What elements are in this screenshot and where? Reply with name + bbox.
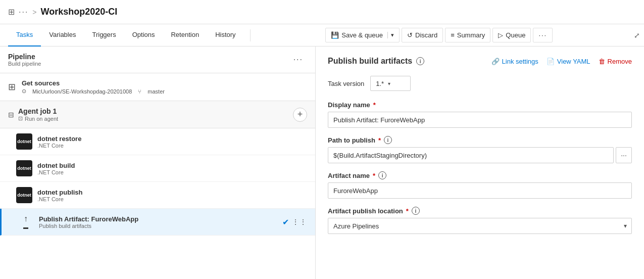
add-task-button[interactable]: + xyxy=(293,108,307,122)
dotnet-build-name: dotnet build xyxy=(37,162,307,169)
run-on-icon: ⊡ xyxy=(18,115,23,122)
artifact-location-info-icon[interactable]: i xyxy=(412,207,420,215)
tab-history[interactable]: History xyxy=(207,24,243,46)
task-dotnet-publish[interactable]: dotnet dotnet publish .NET Core xyxy=(0,182,315,209)
dotnet-publish-logo: dotnet xyxy=(16,187,32,203)
repo-name: MicUurloon/SE-Workshopdag-20201008 xyxy=(32,88,132,95)
link-icon: 🔗 xyxy=(491,58,500,65)
tab-tasks[interactable]: Tasks xyxy=(8,24,41,46)
dotnet-restore-logo: dotnet xyxy=(16,133,32,150)
grid-icon[interactable]: ⊞ xyxy=(8,7,15,17)
more-button[interactable]: ··· xyxy=(533,28,553,42)
path-to-publish-input[interactable] xyxy=(328,147,614,163)
dotnet-build-sub: .NET Core xyxy=(37,169,307,175)
save-queue-label: Save & queue xyxy=(341,31,383,39)
pipeline-title: Pipeline xyxy=(8,53,289,61)
branch-name: master xyxy=(147,88,165,95)
discard-icon: ↺ xyxy=(407,31,413,39)
artifact-name-info-icon[interactable]: i xyxy=(378,171,386,179)
right-actions: 🔗 Link settings 📄 View YAML 🗑 Remove xyxy=(491,58,632,65)
link-settings-label: Link settings xyxy=(502,58,538,65)
view-yaml-button[interactable]: 📄 View YAML xyxy=(547,58,590,65)
more-dots-icon: ··· xyxy=(538,31,547,39)
path-info-icon[interactable]: i xyxy=(384,136,392,144)
task-version-label: Task version xyxy=(328,80,364,87)
agent-job-text: Agent job 1 ⊡ Run on agent xyxy=(18,107,289,122)
tab-options[interactable]: Options xyxy=(124,24,163,46)
get-sources-row[interactable]: ⊞ Get sources ⊙ MicUurloon/SE-Workshopda… xyxy=(0,73,315,101)
get-sources-text: Get sources ⊙ MicUurloon/SE-Workshopdag-… xyxy=(22,79,307,95)
dotnet-restore-sub: .NET Core xyxy=(37,143,307,149)
agent-icon: ⊟ xyxy=(8,111,14,119)
trash-icon: 🗑 xyxy=(599,58,605,65)
pipeline-subtitle: Build pipeline xyxy=(8,61,289,67)
summary-icon: ≡ xyxy=(451,31,455,39)
tab-retention[interactable]: Retention xyxy=(163,24,207,46)
view-yaml-label: View YAML xyxy=(557,58,590,65)
repo-icon: ⊙ xyxy=(22,88,26,95)
task-publish-artifact[interactable]: ↑ ▬ Publish Artifact: FuroreWebApp Publi… xyxy=(0,209,315,236)
tab-triggers[interactable]: Triggers xyxy=(84,24,124,46)
pipeline-section-header: Pipeline Build pipeline ··· xyxy=(0,46,315,73)
dotnet-publish-sub: .NET Core xyxy=(37,196,307,202)
title-info-icon[interactable]: i xyxy=(416,57,424,65)
dotnet-build-logo: dotnet xyxy=(16,160,32,176)
agent-job-subtitle: ⊡ Run on agent xyxy=(18,115,289,122)
artifact-publish-location-field: Artifact publish location * i Azure Pipe… xyxy=(328,207,632,234)
more-options-icon[interactable]: ··· xyxy=(19,8,28,17)
display-name-input[interactable] xyxy=(328,112,632,128)
version-dropdown-arrow: ▾ xyxy=(388,81,390,86)
upload-arrow-icon: ↑ xyxy=(24,214,28,223)
display-name-label: Display name * xyxy=(328,101,632,109)
discard-button[interactable]: ↺ Discard xyxy=(402,28,443,42)
task-dotnet-restore[interactable]: dotnet dotnet restore .NET Core xyxy=(0,128,315,155)
left-panel: Pipeline Build pipeline ··· ⊞ Get source… xyxy=(0,46,316,279)
save-queue-button[interactable]: 💾 Save & queue ▾ xyxy=(325,28,400,42)
nav-bar: Tasks Variables Triggers Options Retenti… xyxy=(0,24,644,46)
get-sources-meta: ⊙ MicUurloon/SE-Workshopdag-20201008 ⑂ m… xyxy=(22,88,307,95)
agent-job-row[interactable]: ⊟ Agent job 1 ⊡ Run on agent + xyxy=(0,101,315,128)
check-circle-icon: ✔ xyxy=(282,217,289,227)
nav-actions: 💾 Save & queue ▾ ↺ Discard ≡ Summary ▷ Q… xyxy=(325,28,561,42)
branch-icon: ⑂ xyxy=(138,88,141,95)
expand-icon[interactable]: ⤢ xyxy=(630,28,644,42)
dotnet-publish-text: dotnet publish .NET Core xyxy=(37,189,307,202)
dotnet-restore-text: dotnet restore .NET Core xyxy=(37,135,307,149)
remove-button[interactable]: 🗑 Remove xyxy=(599,58,632,65)
artifact-location-select-wrapper: Azure Pipelines File share xyxy=(328,218,632,234)
task-context-menu-icon[interactable]: ⋮⋮ xyxy=(292,218,307,226)
dotnet-publish-name: dotnet publish xyxy=(37,189,307,196)
artifact-name-input[interactable] xyxy=(328,182,632,199)
publish-artifact-name: Publish Artifact: FuroreWebApp xyxy=(39,215,277,223)
path-to-publish-label: Path to publish * i xyxy=(328,136,632,144)
task-version-value: 1.* xyxy=(376,80,384,87)
right-header: Publish build artifacts i 🔗 Link setting… xyxy=(328,57,632,66)
save-queue-arrow[interactable]: ▾ xyxy=(387,32,394,38)
layers-icon: ⊞ xyxy=(8,81,16,92)
queue-button[interactable]: ▷ Queue xyxy=(492,28,531,42)
summary-label: Summary xyxy=(457,31,485,39)
summary-button[interactable]: ≡ Summary xyxy=(445,28,490,42)
right-panel: Publish build artifacts i 🔗 Link setting… xyxy=(316,46,644,279)
tab-variables[interactable]: Variables xyxy=(41,24,84,46)
nav-divider xyxy=(250,29,251,41)
pipeline-menu-button[interactable]: ··· xyxy=(289,53,307,66)
task-dotnet-build[interactable]: dotnet dotnet build .NET Core xyxy=(0,155,315,182)
publish-artifact-icons: ✔ ⋮⋮ xyxy=(282,217,307,227)
yaml-icon: 📄 xyxy=(547,58,555,65)
get-sources-title: Get sources xyxy=(22,79,307,87)
remove-label: Remove xyxy=(608,58,632,65)
discard-label: Discard xyxy=(415,31,437,39)
link-settings-button[interactable]: 🔗 Link settings xyxy=(491,58,538,65)
queue-icon: ▷ xyxy=(498,31,503,39)
tray-icon: ▬ xyxy=(23,224,28,230)
pipeline-header-text: Pipeline Build pipeline xyxy=(8,53,289,67)
dotnet-restore-name: dotnet restore xyxy=(37,135,307,143)
right-title-text: Publish build artifacts xyxy=(328,57,412,66)
task-version-selector[interactable]: 1.* ▾ xyxy=(370,76,411,91)
path-browse-button[interactable]: ··· xyxy=(616,147,632,163)
page-title: Workshop2020-CI xyxy=(41,7,118,17)
artifact-location-select[interactable]: Azure Pipelines File share xyxy=(328,218,632,234)
display-name-field: Display name * xyxy=(328,101,632,128)
breadcrumb-sep: > xyxy=(32,8,36,16)
